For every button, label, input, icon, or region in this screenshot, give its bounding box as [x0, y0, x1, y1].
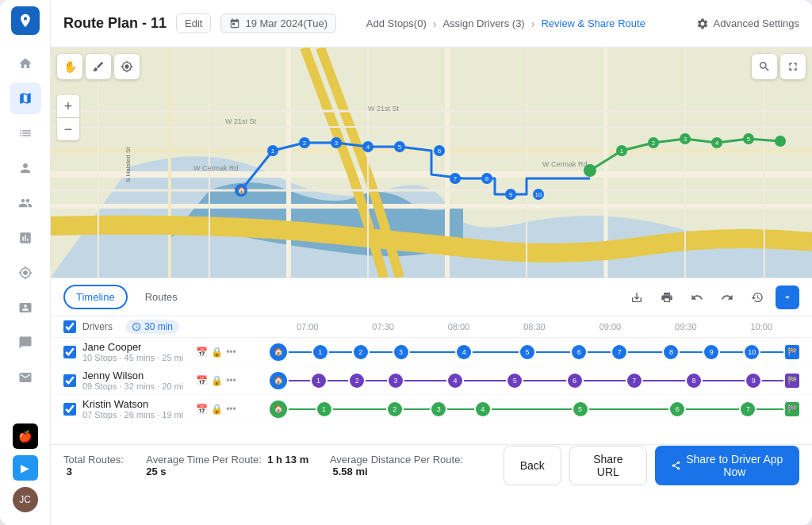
stop-jenny-1[interactable]: 1 [312, 374, 326, 388]
stop-jenny-8[interactable]: 8 [687, 374, 701, 388]
stop-kristin-2[interactable]: 2 [388, 402, 402, 416]
sidebar-item-home[interactable] [10, 48, 41, 79]
stop-jenny-3[interactable]: 3 [389, 374, 403, 388]
stop-kristin-1[interactable]: 1 [317, 402, 331, 416]
sidebar-item-list[interactable] [10, 117, 41, 149]
line-jane-10 [720, 351, 743, 353]
driver-row-jane: Jane Cooper 10 Stops · 45 mins · 25 mi 📅… [51, 338, 812, 366]
calendar-action-kristin[interactable]: 📅 [196, 404, 208, 415]
more-action-kristin[interactable]: ••• [226, 404, 236, 415]
undo-btn[interactable] [685, 285, 709, 309]
all-drivers-checkbox[interactable] [63, 320, 76, 333]
sidebar-item-id[interactable] [10, 292, 41, 324]
route-line-jenny: 🏠 1 2 3 4 5 6 [270, 372, 799, 389]
history-btn[interactable] [745, 285, 769, 309]
line-jenny-7 [584, 380, 626, 381]
stop-jenny-6[interactable]: 6 [568, 374, 582, 388]
lock-action-jenny[interactable]: 🔒 [211, 375, 223, 386]
svg-text:10: 10 [535, 191, 542, 198]
target-tool-btn[interactable] [114, 54, 140, 79]
sidebar-item-location[interactable] [10, 257, 41, 289]
total-routes-label: Total Routes: [63, 454, 124, 466]
time-0830: 08:30 [496, 322, 572, 331]
stop-kristin-3[interactable]: 3 [431, 402, 446, 416]
svg-text:5: 5 [747, 136, 751, 143]
zoom-out-btn[interactable]: − [57, 118, 79, 140]
calendar-action-jane[interactable]: 📅 [196, 347, 208, 358]
stop-jane-4[interactable]: 4 [457, 345, 471, 359]
redo-btn[interactable] [715, 285, 739, 309]
stop-jane-2[interactable]: 2 [354, 345, 368, 359]
back-button[interactable]: Back [504, 446, 561, 485]
export-btn[interactable] [625, 285, 649, 309]
pan-tool-btn[interactable]: ✋ [57, 54, 82, 79]
driver-checkbox-kristin[interactable] [63, 403, 76, 416]
lock-action-kristin[interactable]: 🔒 [211, 404, 223, 415]
nav-step-review[interactable]: Review & Share Route [541, 17, 645, 29]
line-kristin-1 [289, 408, 316, 410]
home-stop-kristin[interactable]: 🏠 [270, 400, 287, 418]
draw-tool-btn[interactable] [86, 54, 111, 79]
line-jane-2 [329, 351, 352, 353]
driver-checkbox-jenny[interactable] [63, 374, 76, 387]
stop-jenny-4[interactable]: 4 [448, 374, 462, 388]
home-stop-jane[interactable]: 🏠 [270, 343, 287, 361]
sidebar-item-analytics[interactable] [10, 222, 41, 254]
stop-jenny-2[interactable]: 2 [350, 374, 364, 388]
calendar-action-jenny[interactable]: 📅 [196, 375, 208, 386]
nav-step-add-stops[interactable]: Add Stops(0) [366, 17, 427, 29]
line-jenny-9 [703, 380, 745, 381]
svg-text:1: 1 [620, 148, 624, 155]
zoom-in-btn[interactable]: + [57, 95, 79, 117]
driver-checkbox-jane[interactable] [63, 346, 76, 358]
home-stop-jenny[interactable]: 🏠 [270, 372, 287, 389]
play-store-icon[interactable]: ▶ [13, 455, 38, 481]
sidebar-item-person[interactable] [10, 152, 41, 184]
stop-kristin-4[interactable]: 4 [476, 402, 490, 416]
advanced-settings-btn[interactable]: Advanced Settings [696, 17, 799, 30]
stop-jane-6[interactable]: 6 [572, 345, 586, 359]
more-action-jenny[interactable]: ••• [226, 375, 236, 386]
stop-jenny-5[interactable]: 5 [508, 374, 522, 388]
tab-timeline[interactable]: Timeline [63, 285, 128, 309]
edit-button[interactable]: Edit [176, 13, 211, 33]
line-jane-4 [410, 351, 456, 353]
collapse-btn[interactable] [776, 285, 799, 309]
sidebar-item-chat[interactable] [10, 327, 41, 358]
stop-kristin-6[interactable]: 6 [670, 402, 684, 416]
stop-kristin-7[interactable]: 7 [741, 402, 755, 416]
stop-kristin-5[interactable]: 5 [573, 402, 588, 416]
bottom-panel: Timeline Routes [51, 278, 812, 444]
sidebar-item-group[interactable] [10, 187, 41, 219]
apple-store-icon[interactable]: 🍎 [13, 423, 38, 449]
driver-actions-jane: 📅 🔒 ••• [196, 347, 236, 358]
lock-action-jane[interactable]: 🔒 [211, 347, 223, 358]
sidebar-item-message[interactable] [10, 362, 41, 393]
stop-jane-9[interactable]: 9 [704, 345, 718, 359]
share-url-button[interactable]: Share URL [569, 446, 647, 485]
stop-jane-5[interactable]: 5 [520, 345, 534, 359]
user-avatar[interactable]: JC [13, 487, 38, 512]
fullscreen-icon [787, 60, 799, 73]
svg-text:7: 7 [454, 175, 458, 182]
share-driver-button[interactable]: Share to Driver App Now [655, 446, 799, 485]
line-jenny-end [762, 380, 783, 381]
stop-jane-3[interactable]: 3 [394, 345, 408, 359]
footer: Total Routes: 3 Average Time Per Route: … [51, 444, 812, 485]
print-btn[interactable] [655, 285, 679, 309]
more-action-jane[interactable]: ••• [226, 347, 236, 358]
sidebar-item-map[interactable] [10, 82, 41, 114]
fullscreen-btn[interactable] [780, 54, 806, 79]
svg-text:3: 3 [335, 140, 339, 147]
stop-jenny-9[interactable]: 9 [746, 374, 760, 388]
nav-step-assign-drivers[interactable]: Assign Drivers (3) [442, 17, 524, 29]
driver-details-kristin: Kristin Watson 07 Stops · 26 mins · 19 m… [82, 398, 183, 420]
tab-routes[interactable]: Routes [134, 286, 189, 308]
stop-jane-10[interactable]: 10 [745, 345, 759, 359]
stop-jane-7[interactable]: 7 [612, 345, 626, 359]
stop-jane-8[interactable]: 8 [664, 345, 678, 359]
zoom-to-fit-btn[interactable] [752, 54, 777, 79]
stop-jenny-7[interactable]: 7 [627, 374, 642, 388]
driver-name-jane: Jane Cooper [82, 341, 183, 353]
stop-jane-1[interactable]: 1 [313, 345, 327, 359]
